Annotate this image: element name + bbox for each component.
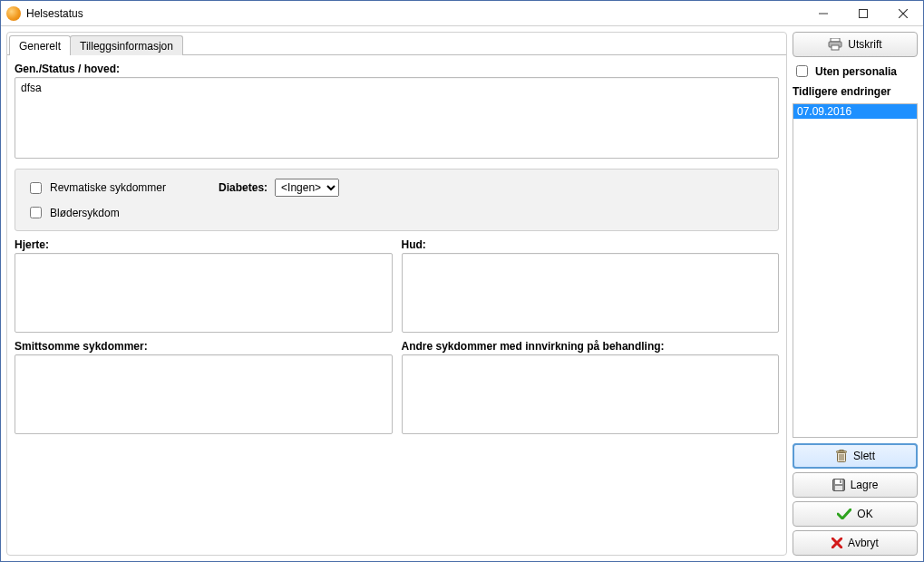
print-button[interactable]: Utskrift [793,32,918,57]
minimize-button[interactable] [803,1,843,25]
close-button[interactable] [883,1,923,25]
cancel-button[interactable]: Avbryt [793,530,918,556]
smittsomme-section: Smittsomme sykdommer: [15,340,393,434]
check-bloder-label: Blødersykdom [50,207,120,219]
maximize-icon [859,9,868,18]
gen-status-input[interactable] [15,77,779,159]
window: Helsestatus Generelt Tilleggsinformasjon… [0,0,924,562]
trash-icon [835,450,848,462]
conditions-panel: Revmatiske sykdommer Diabetes: <Ingen> [15,169,779,231]
x-icon [832,538,842,548]
hud-label: Hud: [402,238,780,251]
hjerte-input[interactable] [15,253,393,333]
check-bloder-box[interactable] [30,207,42,218]
cancel-button-label: Avbryt [848,537,879,549]
smittsomme-label: Smittsomme sykdommer: [15,340,393,353]
tab-generelt[interactable]: Generelt [9,35,71,55]
titlebar: Helsestatus [1,1,923,26]
delete-button[interactable]: Slett [793,443,918,469]
check-uten-personalia-label: Uten personalia [815,65,897,78]
gen-status-section: Gen./Status / hoved: [15,63,779,161]
hjerte-section: Hjerte: [15,238,393,333]
body: Generelt Tilleggsinformasjon Gen./Status… [1,26,923,561]
diabetes-label: Diabetes: [219,181,267,194]
check-revmatiske-label: Revmatiske sykdommer [50,181,166,194]
history-item[interactable]: 07.09.2016 [793,104,917,119]
window-controls [803,1,923,25]
history-list[interactable]: 07.09.2016 [793,103,918,438]
ok-button-label: OK [857,508,872,520]
hjerte-label: Hjerte: [15,238,393,251]
check-uten-personalia-box[interactable] [796,65,808,77]
andre-section: Andre sykdommer med innvirkning på behan… [402,340,780,434]
print-button-label: Utskrift [848,38,881,51]
hud-input[interactable] [402,253,780,333]
smittsomme-input[interactable] [15,354,393,434]
delete-button-label: Slett [853,450,875,462]
svg-rect-16 [835,486,842,490]
svg-rect-6 [832,45,839,50]
diabetes-select[interactable]: <Ingen> [275,179,339,197]
tab-content: Gen./Status / hoved: Revmatiske sykdomme… [7,54,786,555]
gen-status-label: Gen./Status / hoved: [15,63,779,75]
andre-input[interactable] [402,354,780,434]
check-revmatiske[interactable]: Revmatiske sykdommer [26,179,166,197]
save-icon [832,479,845,491]
print-icon [828,38,842,51]
conditions-row-1: Revmatiske sykdommer Diabetes: <Ingen> [26,179,767,197]
tab-tillegg[interactable]: Tilleggsinformasjon [70,35,183,55]
check-revmatiske-box[interactable] [30,182,42,194]
close-icon [899,9,908,18]
conditions-row-2: Blødersykdom [26,204,767,221]
row-smittsomme-andre: Smittsomme sykdommer: Andre sykdommer me… [15,340,779,434]
svg-rect-9 [840,451,843,452]
row-hjerte-hud: Hjerte: Hud: [15,238,779,333]
hud-section: Hud: [402,238,780,333]
minimize-icon [819,9,828,18]
save-button-label: Lagre [851,479,879,491]
andre-label: Andre sykdommer med innvirkning på behan… [402,340,780,353]
window-title: Helsestatus [26,7,803,20]
tabs: Generelt Tilleggsinformasjon [7,33,786,54]
app-icon [6,6,21,21]
svg-rect-4 [831,38,840,42]
check-bloder[interactable]: Blødersykdom [26,204,120,221]
svg-rect-1 [860,9,868,17]
ok-button[interactable]: OK [793,501,918,527]
diabetes-field: Diabetes: <Ingen> [219,179,339,197]
save-button[interactable]: Lagre [793,472,918,498]
maximize-button[interactable] [843,1,883,25]
check-uten-personalia[interactable]: Uten personalia [793,63,918,80]
bottom-buttons: Slett Lagre OK [793,443,918,556]
check-icon [837,509,851,519]
svg-rect-15 [840,480,841,484]
side-panel: Utskrift Uten personalia Tidligere endri… [793,32,918,556]
main-panel: Generelt Tilleggsinformasjon Gen./Status… [6,32,787,556]
history-label: Tidligere endringer [793,85,918,98]
